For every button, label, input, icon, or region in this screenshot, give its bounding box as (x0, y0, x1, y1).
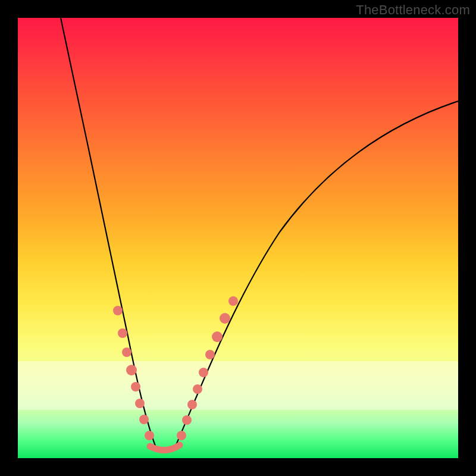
marker-dot (177, 431, 186, 440)
marker-dot (122, 347, 131, 357)
marker-dot (220, 313, 230, 324)
marker-dot (228, 296, 238, 306)
marker-dot (182, 415, 192, 425)
marker-dot (113, 306, 123, 315)
marker-dot (205, 350, 215, 359)
curve-layer (18, 18, 458, 458)
marker-dot (145, 431, 154, 440)
marker-dot (187, 400, 197, 409)
marker-dot (193, 384, 202, 394)
marker-dot (126, 365, 137, 375)
curve-right (175, 101, 458, 447)
marker-dot (212, 331, 223, 342)
plot-area (18, 18, 458, 458)
curve-left (61, 18, 156, 447)
marker-dot (139, 415, 149, 424)
trough-marker (150, 445, 180, 450)
marker-dot (135, 399, 145, 408)
chart-frame: TheBottleneck.com (0, 0, 476, 476)
marker-dot (131, 382, 140, 392)
watermark-label: TheBottleneck.com (356, 2, 470, 18)
marker-dot (118, 328, 127, 338)
marker-dot (199, 368, 208, 377)
